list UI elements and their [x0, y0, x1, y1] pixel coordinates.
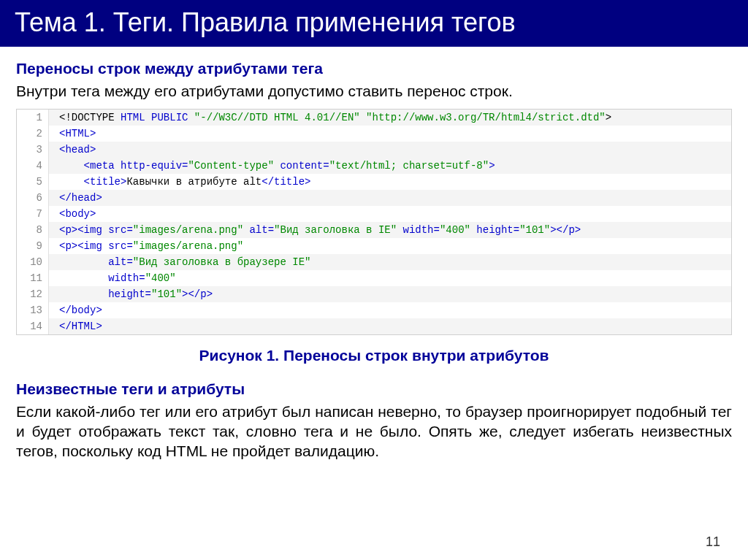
code-row: 13 </body> — [17, 302, 731, 318]
section2-heading: Неизвестные теги и атрибуты — [16, 380, 732, 398]
line-number: 6 — [17, 190, 49, 206]
line-number: 2 — [17, 126, 49, 142]
code-line: alt="Вид заголовка в браузере IE" — [49, 254, 731, 270]
line-number: 13 — [17, 302, 49, 318]
code-row: 2 <HTML> — [17, 126, 731, 142]
code-row: 4 <meta http-equiv="Content-type" conten… — [17, 158, 731, 174]
figure-caption: Рисунок 1. Переносы строк внутри атрибут… — [16, 347, 732, 364]
code-row: 14 </HTML> — [17, 318, 731, 334]
code-example: 1 <!DOCTYPE HTML PUBLIC "-//W3C//DTD HTM… — [16, 109, 732, 335]
code-row: 7 <body> — [17, 206, 731, 222]
code-line: <head> — [49, 142, 731, 158]
line-number: 5 — [17, 174, 49, 190]
code-row: 10 alt="Вид заголовка в браузере IE" — [17, 254, 731, 270]
code-row: 3 <head> — [17, 142, 731, 158]
line-number: 4 — [17, 158, 49, 174]
code-line: </body> — [49, 302, 731, 318]
line-number: 9 — [17, 238, 49, 254]
code-line: <meta http-equiv="Content-type" content=… — [49, 158, 731, 174]
code-row: 6 </head> — [17, 190, 731, 206]
line-number: 3 — [17, 142, 49, 158]
section2-text: Если какой-либо тег или его атрибут был … — [16, 402, 732, 461]
code-line: <!DOCTYPE HTML PUBLIC "-//W3C//DTD HTML … — [49, 110, 731, 126]
slide-title: Тема 1. Теги. Правила применения тегов — [0, 0, 748, 47]
code-row: 8 <p><img src="images/arena.png" alt="Ви… — [17, 222, 731, 238]
code-line: <body> — [49, 206, 731, 222]
code-row: 1 <!DOCTYPE HTML PUBLIC "-//W3C//DTD HTM… — [17, 110, 731, 126]
line-number: 1 — [17, 110, 49, 126]
line-number: 14 — [17, 318, 49, 334]
code-line: <HTML> — [49, 126, 731, 142]
code-row: 11 width="400" — [17, 270, 731, 286]
section1-heading: Переносы строк между атрибутами тега — [16, 60, 732, 77]
section1-text: Внутри тега между его атрибутами допусти… — [16, 82, 732, 101]
line-number: 11 — [17, 270, 49, 286]
line-number: 10 — [17, 254, 49, 270]
code-line: </HTML> — [49, 318, 731, 334]
code-row: 5 <title>Кавычки в атрибуте alt</title> — [17, 174, 731, 190]
slide-content: Переносы строк между атрибутами тега Вну… — [0, 47, 748, 461]
code-line: </head> — [49, 190, 731, 206]
code-line: <p><img src="images/arena.png" — [49, 238, 731, 254]
code-row: 12 height="101"></p> — [17, 286, 731, 302]
line-number: 8 — [17, 222, 49, 238]
page-number: 11 — [706, 534, 720, 550]
code-line: width="400" — [49, 270, 731, 286]
code-line: height="101"></p> — [49, 286, 731, 302]
line-number: 12 — [17, 286, 49, 302]
code-line: <title>Кавычки в атрибуте alt</title> — [49, 174, 731, 190]
code-row: 9 <p><img src="images/arena.png" — [17, 238, 731, 254]
line-number: 7 — [17, 206, 49, 222]
code-line: <p><img src="images/arena.png" alt="Вид … — [49, 222, 731, 238]
